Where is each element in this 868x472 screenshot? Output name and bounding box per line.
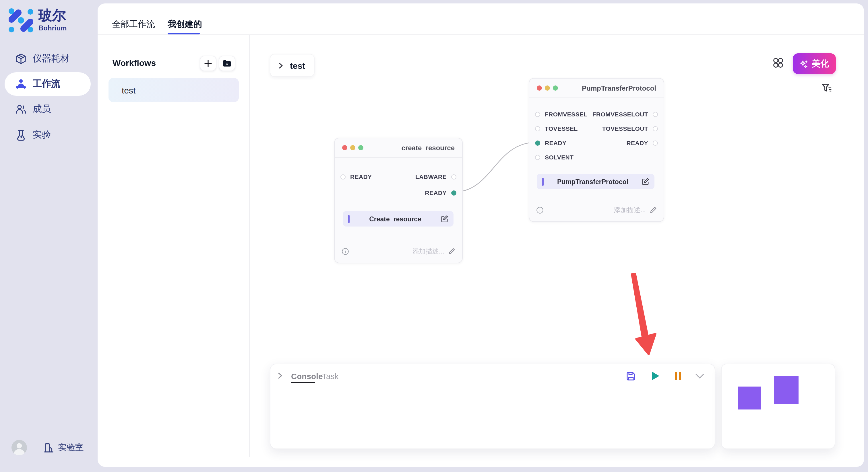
tab-created-by-me[interactable]: 我创建的 [167, 19, 202, 30]
package-icon [15, 53, 27, 65]
avatar-person-icon [11, 440, 27, 456]
experiment-icon [15, 129, 27, 141]
input-port-ready[interactable]: READY [340, 173, 372, 180]
port-circle[interactable] [653, 111, 658, 117]
edit-icon[interactable] [441, 215, 448, 223]
output-port-labware[interactable]: LABWARE [415, 173, 456, 180]
sidebar-item-workflows[interactable]: 工作流 [5, 72, 91, 96]
description-placeholder[interactable]: 添加描述... [412, 247, 444, 256]
port-circle[interactable] [535, 126, 540, 131]
input-port-tovessel[interactable]: TOVESSEL [535, 125, 578, 132]
port-circle-connected[interactable] [535, 140, 540, 145]
pencil-icon[interactable] [650, 206, 657, 213]
traffic-light-dots [537, 86, 558, 91]
sidebar-item-instruments[interactable]: 仪器耗材 [5, 47, 91, 71]
workspace-label: 实验室 [58, 442, 84, 453]
run-icon[interactable] [650, 371, 660, 381]
active-tab-underline [167, 33, 200, 34]
port-circle[interactable] [535, 155, 540, 160]
port-label: SOLVENT [545, 154, 574, 161]
sidebar: 玻尔 Bohrium 仪器耗材 工作流 [0, 0, 95, 472]
console-tab-label: Console [291, 372, 322, 381]
input-port-fromvessel[interactable]: FROMVESSEL [535, 111, 588, 117]
canvas-breadcrumb[interactable]: test [270, 54, 315, 77]
building-icon [43, 442, 55, 453]
filter-funnel-icon[interactable] [821, 82, 832, 94]
port-label: TOVESSEL [545, 125, 578, 132]
node-footer: 添加描述... [536, 205, 657, 214]
chevron-right-icon [278, 62, 284, 69]
minimap-node-create-resource [738, 386, 761, 409]
tab-all-workflows[interactable]: 全部工作流 [112, 19, 155, 30]
port-circle[interactable] [535, 111, 540, 117]
dot-yellow [350, 145, 355, 150]
logo-text: 玻尔 Bohrium [38, 9, 67, 32]
output-port-fromvesselout[interactable]: FROMVESSELOUT [592, 111, 658, 117]
dot-red [342, 145, 347, 150]
command-layout-icon[interactable] [773, 57, 784, 68]
port-circle[interactable] [653, 126, 658, 131]
add-workflow-button[interactable] [200, 56, 216, 71]
port-circle-connected[interactable] [451, 190, 456, 195]
workflows-panel-divider [249, 35, 250, 457]
port-circle[interactable] [451, 174, 456, 179]
node-pill-pump-transfer[interactable]: PumpTransferProtocol [537, 174, 654, 189]
members-icon [15, 103, 27, 115]
pause-icon[interactable] [673, 371, 683, 381]
task-tab[interactable]: Task [322, 372, 339, 381]
port-row: SOLVENT [535, 151, 658, 163]
pencil-icon[interactable] [448, 248, 455, 255]
port-circle[interactable] [653, 140, 658, 145]
info-icon[interactable] [342, 247, 349, 255]
node-title: PumpTransferProtocol [582, 84, 656, 92]
plus-icon [204, 59, 212, 68]
info-icon[interactable] [536, 206, 544, 214]
port-label: READY [425, 189, 446, 196]
sidebar-footer: 实验室 [11, 440, 84, 456]
node-header: PumpTransferProtocol [529, 78, 663, 98]
sidebar-item-label: 实验 [33, 129, 51, 141]
chevron-down-icon[interactable] [695, 373, 704, 379]
logo-subtitle: Bohrium [38, 24, 67, 32]
sidebar-item-experiments[interactable]: 实验 [5, 123, 91, 147]
description-placeholder[interactable]: 添加描述... [614, 206, 646, 214]
tabbar-divider [98, 34, 864, 35]
node-pump-transfer-protocol[interactable]: PumpTransferProtocol FROMVESSEL FROMVESS… [529, 78, 664, 222]
dot-green [553, 86, 558, 91]
save-icon[interactable] [626, 371, 636, 381]
user-avatar[interactable] [11, 440, 27, 456]
output-port-ready[interactable]: READY [425, 189, 456, 196]
console-tab[interactable]: Console [291, 372, 322, 381]
port-row: READY READY [535, 137, 658, 148]
pill-label: PumpTransferProtocol [544, 178, 642, 185]
dot-yellow [545, 86, 550, 91]
output-port-tovesselout[interactable]: TOVESSELOUT [602, 125, 658, 132]
beautify-button[interactable]: 美化 [793, 53, 836, 74]
node-header: create_resource [335, 138, 462, 158]
output-port-ready[interactable]: READY [626, 139, 658, 146]
port-label: FROMVESSEL [545, 111, 588, 117]
canvas-minimap[interactable] [721, 364, 835, 449]
port-row: FROMVESSEL FROMVESSELOUT [535, 108, 658, 120]
workflow-icon [15, 78, 27, 90]
node-pill-create-resource[interactable]: Create_resource [343, 211, 454, 227]
port-label: FROMVESSELOUT [592, 111, 648, 117]
workflow-list-item-test[interactable]: test [108, 78, 239, 102]
collapse-chevron-icon[interactable] [277, 372, 284, 379]
workspace-switcher[interactable]: 实验室 [43, 442, 84, 453]
port-circle[interactable] [340, 174, 346, 179]
port-label: READY [545, 139, 567, 146]
port-label: READY [350, 173, 372, 180]
node-create-resource[interactable]: create_resource READY LABWARE READY Crea… [334, 138, 463, 263]
pill-label: Create_resource [350, 215, 441, 222]
folder-download-icon [222, 59, 232, 68]
edit-icon[interactable] [642, 178, 649, 185]
bohrium-app: 玻尔 Bohrium 仪器耗材 工作流 [0, 0, 868, 472]
input-port-solvent[interactable]: SOLVENT [535, 154, 574, 161]
import-workflow-button[interactable] [219, 56, 236, 71]
node-footer: 添加描述... [342, 247, 455, 256]
sidebar-item-members[interactable]: 成员 [5, 98, 91, 121]
task-tab-label: Task [322, 372, 339, 381]
port-label: TOVESSELOUT [602, 125, 648, 132]
input-port-ready[interactable]: READY [535, 139, 567, 146]
